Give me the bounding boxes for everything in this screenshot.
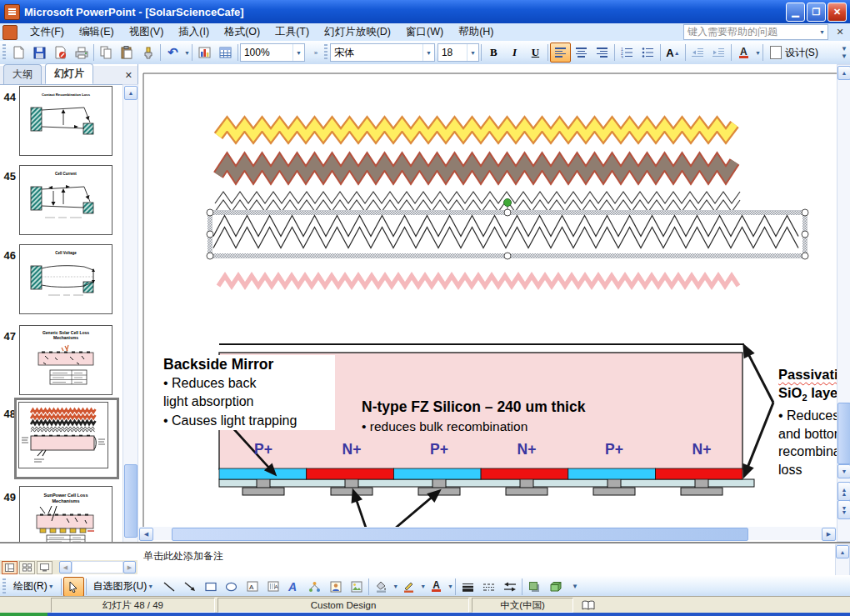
scroll-down-icon[interactable]: ▼ bbox=[838, 464, 850, 478]
notes-placeholder[interactable]: 单击此处添加备注 bbox=[143, 549, 223, 563]
italic-button[interactable]: I bbox=[504, 43, 525, 63]
insert-clipart-button[interactable] bbox=[325, 577, 346, 597]
region-label[interactable]: P+ bbox=[421, 441, 458, 458]
slide-design-button[interactable]: 设计(S) bbox=[765, 43, 823, 62]
status-language[interactable]: 中文(中国) bbox=[472, 598, 573, 613]
region-label[interactable]: N+ bbox=[333, 441, 370, 458]
menu-help[interactable]: 帮助(H) bbox=[451, 23, 501, 41]
font-color-button[interactable]: A bbox=[426, 577, 447, 597]
notes-scrollbar[interactable]: ▲ bbox=[835, 544, 850, 576]
chevron-down-icon[interactable]: ▼ bbox=[817, 29, 828, 35]
slide-editing-area[interactable]: Backside Mirror • Reduces back light abs… bbox=[138, 64, 837, 527]
passivation-textbox[interactable]: Passivation SiO2 layer • Reduces top and… bbox=[778, 366, 837, 478]
zigzag-yellow-shape[interactable] bbox=[218, 124, 735, 136]
passivation-brace-lower[interactable] bbox=[744, 403, 773, 476]
passivation-layer-shape[interactable] bbox=[219, 479, 754, 487]
slide-horizontal-scrollbar[interactable]: ◀ ▶ bbox=[138, 527, 837, 540]
wordart-button[interactable]: A bbox=[283, 577, 304, 597]
menu-view[interactable]: 视图(V) bbox=[122, 23, 172, 41]
toolbar-options-button[interactable]: » bbox=[310, 43, 322, 63]
underline-button[interactable]: U bbox=[525, 43, 546, 63]
fill-color-dropdown[interactable]: ▼ bbox=[392, 583, 398, 589]
menu-insert[interactable]: 插入(I) bbox=[171, 23, 217, 41]
previous-slide-button[interactable]: ▲▲ bbox=[838, 482, 850, 501]
tab-outline[interactable]: 大纲 bbox=[3, 64, 42, 84]
dash-style-button[interactable] bbox=[478, 577, 499, 597]
menu-edit[interactable]: 编辑(E) bbox=[72, 23, 122, 41]
toolbar-grip[interactable] bbox=[2, 578, 6, 595]
numbering-button[interactable]: 123 bbox=[617, 43, 638, 63]
close-document-icon[interactable]: ✕ bbox=[833, 26, 847, 39]
slide-thumbnail-46[interactable]: Cell Voltage bbox=[19, 244, 112, 314]
font-color-button[interactable]: A bbox=[733, 43, 754, 63]
slideshow-view-button[interactable] bbox=[37, 561, 52, 574]
line-color-button[interactable] bbox=[398, 577, 419, 597]
scroll-up-icon[interactable]: ▲ bbox=[838, 66, 850, 80]
title-bar[interactable]: Microsoft PowerPoint - [SolarScienceCafe… bbox=[0, 0, 850, 23]
fill-color-button[interactable] bbox=[371, 577, 392, 597]
toolbar-grip[interactable] bbox=[2, 44, 6, 61]
menu-format[interactable]: 格式(O) bbox=[217, 23, 268, 41]
slide-thumbnail-48-selected[interactable] bbox=[14, 398, 119, 479]
save-button[interactable] bbox=[29, 43, 50, 63]
increase-indent-button[interactable] bbox=[708, 43, 729, 63]
menu-window[interactable]: 窗口(W) bbox=[398, 23, 451, 41]
outline-scroll-left[interactable]: ◀ bbox=[59, 561, 72, 573]
autoshapes-button[interactable]: 自选图形(U) ▼ bbox=[88, 577, 159, 596]
scrollbar-thumb[interactable] bbox=[172, 528, 748, 541]
slide-thumbnail-44[interactable]: Contact Recombination Loss bbox=[19, 86, 112, 156]
bullets-button[interactable] bbox=[638, 43, 658, 63]
scroll-up-icon[interactable]: ▲ bbox=[836, 545, 849, 558]
decrease-indent-button[interactable] bbox=[688, 43, 708, 63]
insert-table-button[interactable] bbox=[215, 43, 236, 63]
rotate-handle[interactable] bbox=[504, 199, 512, 207]
scroll-up-icon[interactable]: ▲ bbox=[124, 86, 138, 100]
spellcheck-book-icon[interactable] bbox=[582, 600, 595, 611]
toolbar-options-button[interactable]: ▼▼ bbox=[838, 43, 850, 63]
draw-menu-button[interactable]: 绘图(R) ▼ bbox=[8, 577, 59, 596]
rectangle-button[interactable] bbox=[200, 577, 221, 597]
oval-button[interactable] bbox=[221, 577, 242, 597]
arrow-button[interactable] bbox=[179, 577, 200, 597]
restore-button[interactable]: ❐ bbox=[807, 3, 826, 22]
help-question-input[interactable]: 键入需要帮助的问题 ▼ bbox=[683, 24, 828, 40]
backside-mirror-textbox[interactable]: Backside Mirror • Reduces back light abs… bbox=[163, 355, 335, 430]
tab-slides[interactable]: 幻灯片 bbox=[45, 63, 93, 84]
normal-view-button[interactable] bbox=[2, 561, 18, 574]
align-right-button[interactable] bbox=[592, 43, 612, 63]
align-center-button[interactable] bbox=[571, 43, 592, 63]
outline-scroll-track[interactable] bbox=[72, 561, 123, 573]
toolbar-grip[interactable] bbox=[324, 44, 328, 61]
line-style-button[interactable] bbox=[458, 577, 478, 597]
insert-diagram-button[interactable] bbox=[304, 577, 325, 597]
outline-scroll-right[interactable]: ▶ bbox=[123, 561, 136, 573]
zigzag-pink-shape[interactable] bbox=[218, 276, 738, 286]
region-label[interactable]: N+ bbox=[683, 441, 720, 458]
scroll-left-icon[interactable]: ◀ bbox=[139, 528, 153, 541]
threed-style-button[interactable] bbox=[545, 577, 566, 597]
menu-tools[interactable]: 工具(T) bbox=[268, 23, 317, 41]
insert-chart-button[interactable] bbox=[194, 43, 215, 63]
slides-pane-scrollbar[interactable]: ▲ ▼ bbox=[122, 84, 138, 562]
contact-arrow-right[interactable] bbox=[396, 491, 439, 527]
scrollbar-thumb[interactable] bbox=[838, 403, 850, 464]
slide-thumbnail-47[interactable]: Generic Solar Cell Loss Mechanisms bbox=[19, 325, 112, 395]
silicon-label-textbox[interactable]: N-type FZ Silicon – 240 um thick • reduc… bbox=[362, 398, 585, 434]
chevron-down-icon[interactable]: ▼ bbox=[292, 44, 304, 61]
slide-thumbnail-45[interactable]: Cell Current bbox=[19, 165, 112, 235]
zigzag-brown-shape[interactable] bbox=[218, 162, 735, 175]
scroll-right-icon[interactable]: ▶ bbox=[822, 528, 836, 541]
menu-slideshow[interactable]: 幻灯片放映(D) bbox=[317, 23, 398, 41]
contact-arrow-left[interactable] bbox=[352, 491, 366, 527]
slide-vertical-scrollbar[interactable]: ▲ ▼ ▲▲ ▼▼ bbox=[837, 64, 850, 542]
undo-button[interactable]: ↶ bbox=[162, 43, 183, 63]
select-objects-button[interactable] bbox=[63, 577, 84, 597]
print-button[interactable] bbox=[71, 43, 92, 63]
line-color-dropdown[interactable]: ▼ bbox=[420, 583, 426, 589]
doped-regions-strip[interactable] bbox=[219, 468, 742, 479]
align-left-button[interactable] bbox=[550, 43, 571, 63]
increase-font-size-button[interactable]: A▲ bbox=[662, 43, 683, 63]
permission-button[interactable] bbox=[50, 43, 71, 63]
passivation-brace-upper[interactable] bbox=[744, 346, 773, 403]
font-name-combobox[interactable]: 宋体 ▼ bbox=[330, 43, 435, 62]
